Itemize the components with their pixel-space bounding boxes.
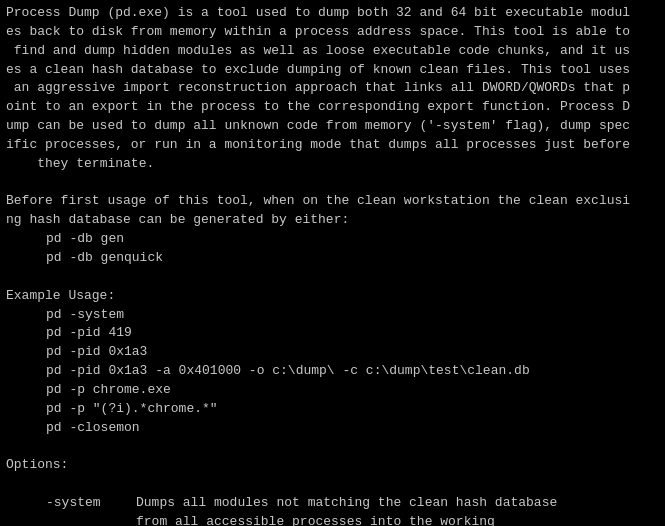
example-system: pd -system (6, 306, 659, 325)
description-text-6: oint to an export in the process to the … (6, 98, 659, 117)
terminal-window: Process Dump (pd.exe) is a tool used to … (0, 0, 665, 526)
description-text-2: es back to disk from memory within a pro… (6, 23, 659, 42)
description-text: Process Dump (pd.exe) is a tool used to … (6, 4, 659, 23)
description-text-4: es a clean hash database to exclude dump… (6, 61, 659, 80)
description-text-7: ump can be used to dump all unknown code… (6, 117, 659, 136)
description-text-9: they terminate. (6, 155, 659, 174)
option-system-row: -system Dumps all modules not matching t… (6, 494, 659, 526)
example-pid-hex: pd -pid 0x1a3 (6, 343, 659, 362)
example-p-regex: pd -p "(?i).*chrome.*" (6, 400, 659, 419)
before-first-usage: Before first usage of this tool, when on… (6, 192, 659, 211)
example-pid-full: pd -pid 0x1a3 -a 0x401000 -o c:\dump\ -c… (6, 362, 659, 381)
example-p-chrome: pd -p chrome.exe (6, 381, 659, 400)
example-pid-419: pd -pid 419 (6, 324, 659, 343)
option-system-desc: Dumps all modules not matching the clean… (136, 494, 659, 526)
example-closemon: pd -closemon (6, 419, 659, 438)
pd-db-gen: pd -db gen (6, 230, 659, 249)
description-text-8: ific processes, or run in a monitoring m… (6, 136, 659, 155)
before-first-usage-2: ng hash database can be generated by eit… (6, 211, 659, 230)
option-system-name: -system (6, 494, 136, 526)
description-text-5: an aggressive import reconstruction appr… (6, 79, 659, 98)
description-text-3: find and dump hidden modules as well as … (6, 42, 659, 61)
options-header: Options: (6, 456, 659, 475)
example-usage-header: Example Usage: (6, 287, 659, 306)
pd-db-genquick: pd -db genquick (6, 249, 659, 268)
